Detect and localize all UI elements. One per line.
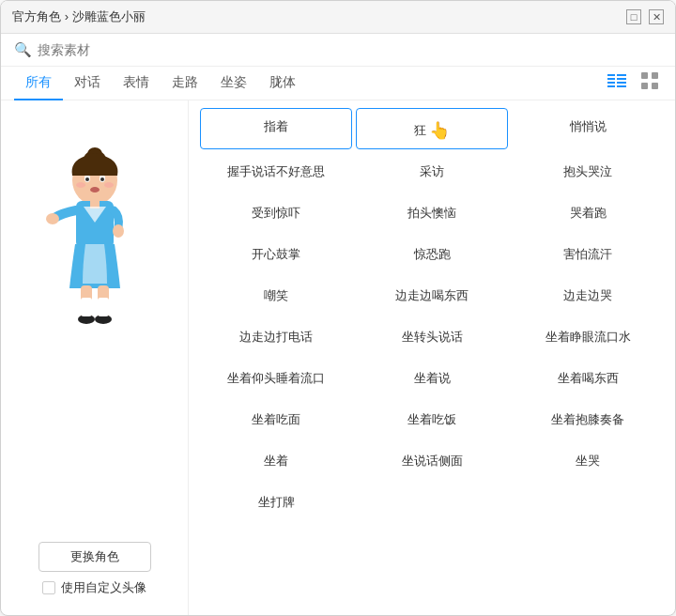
- action-item-a9[interactable]: 哭着跑: [512, 194, 664, 232]
- svg-rect-4: [617, 74, 626, 76]
- svg-rect-31: [98, 298, 109, 316]
- tabs-bar: 所有 对话 表情 走路 坐姿 胧体: [1, 67, 675, 100]
- svg-point-19: [90, 187, 100, 192]
- breadcrumb-part2: 沙雕蓝色小丽: [72, 9, 146, 23]
- action-item-a25[interactable]: 坐着: [200, 442, 352, 480]
- tab-walk[interactable]: 走路: [161, 67, 209, 100]
- minimize-button[interactable]: □: [626, 9, 641, 24]
- svg-point-20: [76, 182, 85, 188]
- custom-avatar-label: 使用自定义头像: [61, 579, 146, 596]
- action-item-a19[interactable]: 坐着仰头睡着流口: [200, 360, 352, 397]
- action-item-a16[interactable]: 边走边打电话: [200, 318, 352, 356]
- action-item-a20[interactable]: 坐着说: [356, 360, 508, 397]
- action-item-a8[interactable]: 拍头懊恼: [356, 194, 508, 232]
- right-panel[interactable]: 指着 狂 👆 悄悄说 握手说话不好意思 采访 抱头哭泣: [189, 100, 675, 615]
- action-item-a2[interactable]: 狂 👆: [356, 108, 508, 149]
- svg-rect-3: [607, 85, 615, 87]
- action-item-a15[interactable]: 边走边哭: [512, 277, 664, 315]
- svg-rect-2: [607, 82, 615, 84]
- main-window: 官方角色 › 沙雕蓝色小丽 □ ✕ 🔍 所有 对话 表情 走路 坐姿 胧体: [0, 0, 676, 616]
- left-bottom: 更换角色 使用自定义头像: [10, 542, 178, 606]
- custom-avatar-row: 使用自定义头像: [42, 579, 146, 596]
- action-item-a5[interactable]: 采访: [356, 153, 508, 191]
- breadcrumb: 官方角色 › 沙雕蓝色小丽: [12, 8, 146, 25]
- svg-rect-10: [641, 83, 648, 89]
- svg-rect-6: [617, 82, 626, 84]
- action-item-a6[interactable]: 抱头哭泣: [512, 153, 664, 191]
- title-bar: 官方角色 › 沙雕蓝色小丽 □ ✕: [1, 1, 675, 34]
- action-item-a13[interactable]: 嘲笑: [200, 277, 352, 315]
- tab-expression[interactable]: 表情: [112, 67, 161, 100]
- character-illustration: [29, 129, 161, 354]
- svg-rect-30: [81, 298, 92, 316]
- action-item-a3[interactable]: 悄悄说: [512, 108, 664, 149]
- action-grid: 指着 狂 👆 悄悄说 握手说话不好意思 采访 抱头哭泣: [200, 108, 664, 521]
- tab-all[interactable]: 所有: [14, 67, 63, 100]
- grid-view-button[interactable]: [638, 70, 662, 96]
- action-item-a21[interactable]: 坐着喝东西: [512, 360, 664, 397]
- action-item-a1[interactable]: 指着: [200, 108, 352, 149]
- left-panel: 更换角色 使用自定义头像: [1, 100, 189, 615]
- custom-avatar-checkbox[interactable]: [42, 581, 55, 594]
- search-input[interactable]: [38, 42, 225, 57]
- tab-dialogue[interactable]: 对话: [63, 67, 112, 100]
- action-item-a26[interactable]: 坐说话侧面: [356, 442, 508, 480]
- svg-rect-1: [607, 78, 615, 80]
- tab-posture[interactable]: 坐姿: [209, 67, 258, 100]
- search-icon: 🔍: [14, 41, 32, 58]
- search-bar: 🔍: [1, 34, 675, 67]
- content-area: 更换角色 使用自定义头像 指着 狂 👆 悄悄说: [1, 100, 675, 615]
- action-item-a10[interactable]: 开心鼓掌: [200, 236, 352, 273]
- action-item-a11[interactable]: 惊恐跑: [356, 236, 508, 273]
- svg-rect-5: [617, 78, 626, 80]
- svg-rect-9: [652, 72, 658, 79]
- svg-point-25: [113, 224, 124, 238]
- breadcrumb-sep: ›: [65, 9, 72, 23]
- svg-point-17: [85, 177, 89, 181]
- action-item-a14[interactable]: 边走边喝东西: [356, 277, 508, 315]
- action-item-a7[interactable]: 受到惊吓: [200, 194, 352, 232]
- svg-point-18: [100, 177, 104, 181]
- action-item-a18[interactable]: 坐着睁眼流口水: [512, 318, 664, 356]
- svg-rect-7: [617, 85, 626, 87]
- svg-point-21: [104, 182, 114, 188]
- action-item-a4[interactable]: 握手说话不好意思: [200, 153, 352, 191]
- close-button[interactable]: ✕: [649, 9, 664, 24]
- window-controls: □ ✕: [626, 9, 664, 24]
- tab-body[interactable]: 胧体: [258, 67, 307, 100]
- change-role-button[interactable]: 更换角色: [38, 542, 151, 572]
- view-mode-controls: [604, 70, 662, 96]
- cursor-hand-icon: 👆: [429, 120, 450, 141]
- breadcrumb-part1: 官方角色: [12, 9, 61, 23]
- svg-point-24: [46, 213, 59, 224]
- list-view-button[interactable]: [604, 71, 630, 95]
- svg-rect-8: [641, 72, 648, 79]
- action-item-a28[interactable]: 坐打牌: [200, 484, 352, 521]
- action-item-a12[interactable]: 害怕流汗: [512, 236, 664, 273]
- action-item-a23[interactable]: 坐着吃饭: [356, 401, 508, 439]
- svg-rect-11: [652, 83, 658, 89]
- action-item-a27[interactable]: 坐哭: [512, 442, 664, 480]
- action-item-a22[interactable]: 坐着吃面: [200, 401, 352, 439]
- action-item-a24[interactable]: 坐着抱膝奏备: [512, 401, 664, 439]
- svg-rect-0: [607, 74, 615, 76]
- action-item-a17[interactable]: 坐转头说话: [356, 318, 508, 356]
